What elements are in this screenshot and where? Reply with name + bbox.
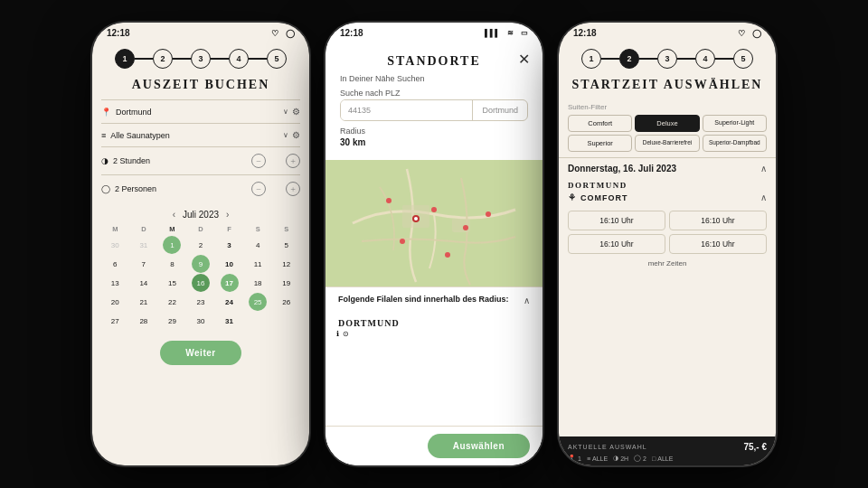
sauna-icon: ≡ [101, 131, 106, 140]
chevron-down-icon: ∨ [283, 108, 288, 116]
bottom-sauna-icon: ≡ ALLE [587, 455, 608, 462]
cal-day-5[interactable]: 5 [278, 236, 296, 254]
day-header-m: M [101, 223, 129, 235]
signal-icon: ▌▌▌ [485, 29, 500, 37]
step-4[interactable]: 4 [229, 49, 249, 69]
duration-plus[interactable]: + [286, 154, 300, 168]
comfort-expand-icon[interactable]: ∧ [760, 192, 767, 202]
calendar-month: Juli 2023 [183, 210, 219, 220]
time-slot-3[interactable]: 16:10 Uhr [568, 234, 665, 254]
step3-3[interactable]: 3 [657, 49, 677, 69]
prev-month-btn[interactable]: ‹ [173, 210, 175, 220]
time-slot-1[interactable]: 16:10 Uhr [568, 211, 665, 230]
step-1[interactable]: 1 [115, 49, 135, 69]
duration-minus[interactable]: − [251, 154, 266, 168]
step3-2[interactable]: 2 [619, 49, 639, 69]
step-2[interactable]: 2 [153, 49, 173, 69]
expand-icon[interactable]: ∧ [524, 296, 530, 305]
cal-day-19[interactable]: 19 [278, 274, 296, 292]
svg-point-9 [445, 252, 450, 258]
spacer [326, 342, 542, 426]
cal-day-30b[interactable]: 30 [192, 312, 210, 330]
cal-day-17[interactable]: 17 [221, 274, 239, 292]
cal-day-10[interactable]: 10 [221, 255, 239, 273]
sauna-row[interactable]: ≡ Alle Saunatypen ∨ ⚙ [101, 123, 300, 146]
cal-day-18[interactable]: 18 [249, 274, 267, 292]
heart-icon[interactable]: ♡ [271, 29, 278, 38]
filter-superior[interactable]: Superior [568, 135, 632, 152]
status-bar-3: 12:18 ♡ ◯ [559, 23, 776, 40]
location-section: DORTMUND ⚘ COMFORT ∧ [559, 179, 776, 209]
step3-5[interactable]: 5 [733, 49, 753, 69]
search-row[interactable]: 44135 Dortmund [340, 99, 528, 121]
time-slot-4[interactable]: 16:10 Uhr [669, 234, 767, 254]
cal-day-14[interactable]: 14 [135, 274, 153, 292]
user-icon[interactable]: ◯ [286, 29, 295, 38]
folgende-title: Folgende Filalen sind innerhalb des Radi… [338, 295, 509, 304]
filter-deluxe-barrier[interactable]: Deluxe-Barrierefrei [635, 135, 699, 152]
location-row[interactable]: 📍 Dortmund ∨ ⚙ [101, 99, 300, 123]
cal-day-29[interactable]: 29 [163, 312, 181, 330]
filter-superior-dampf[interactable]: Superior-Dampfbad [703, 135, 767, 152]
step-3[interactable]: 3 [191, 49, 211, 69]
cal-day-23[interactable]: 23 [192, 293, 210, 311]
cal-day-13[interactable]: 13 [106, 274, 124, 292]
persons-plus[interactable]: + [286, 182, 300, 196]
step3-line-4 [715, 58, 733, 60]
cal-day-28[interactable]: 28 [135, 312, 153, 330]
cal-day-3[interactable]: 3 [221, 236, 239, 254]
cal-day-9[interactable]: 9 [192, 255, 210, 273]
cal-day-8[interactable]: 8 [163, 255, 181, 273]
cal-day-24[interactable]: 24 [221, 293, 239, 311]
filter-icon-2[interactable]: ⚙ [292, 130, 300, 140]
svg-point-6 [463, 225, 468, 230]
cal-day-20[interactable]: 20 [106, 293, 124, 311]
map-container[interactable] [326, 160, 542, 286]
plz-input[interactable]: 44135 [341, 100, 472, 120]
bottom-sauna-label: ALLE [592, 455, 608, 462]
bottom-cal-label: ALLE [657, 455, 673, 462]
cal-day-16[interactable]: 16 [192, 274, 210, 292]
bottom-persons-icon: ◯ 2 [634, 455, 646, 462]
weiter-button[interactable]: Weiter [160, 341, 241, 365]
cal-day-12[interactable]: 12 [278, 255, 296, 273]
next-month-btn[interactable]: › [226, 210, 229, 220]
cal-day-27[interactable]: 27 [106, 312, 124, 330]
cal-day-1[interactable]: 1 [163, 236, 181, 254]
day-header-s2: S [272, 223, 300, 235]
filter-comfort[interactable]: Comfort [568, 115, 632, 132]
cal-day-30[interactable]: 30 [106, 236, 124, 254]
cal-day-7[interactable]: 7 [135, 255, 153, 273]
step3-line-3 [677, 58, 695, 60]
cal-day-4[interactable]: 4 [249, 236, 267, 254]
day-header-s1: S [244, 223, 272, 235]
auswaehlen-button[interactable]: Auswählen [428, 434, 530, 458]
cal-day-31b[interactable]: 31 [221, 312, 239, 330]
cal-day-6[interactable]: 6 [106, 255, 124, 273]
standorte-title: STANDORTE [340, 52, 528, 74]
filter-superior-light[interactable]: Superior-Light [703, 115, 767, 132]
cal-day-22[interactable]: 22 [163, 293, 181, 311]
chevron-up-icon[interactable]: ∧ [760, 164, 767, 174]
persons-minus[interactable]: − [251, 182, 266, 196]
filter-icon-1[interactable]: ⚙ [292, 107, 300, 117]
cal-day-25[interactable]: 25 [249, 293, 267, 311]
close-button[interactable]: ✕ [518, 51, 530, 68]
cal-day-21[interactable]: 21 [135, 293, 153, 311]
step3-1[interactable]: 1 [581, 49, 601, 69]
cal-day-26[interactable]: 26 [278, 293, 296, 311]
time-slot-2[interactable]: 16:10 Uhr [669, 211, 767, 230]
cal-day-31[interactable]: 31 [135, 236, 153, 254]
mehr-zeiten[interactable]: mehr Zeiten [559, 258, 776, 271]
filter-deluxe[interactable]: Deluxe [635, 115, 699, 132]
bottom-bar-2: Auswählen [326, 426, 542, 465]
form-section-1: 📍 Dortmund ∨ ⚙ ≡ Alle Saunatypen ∨ [92, 99, 309, 202]
step3-4[interactable]: 4 [695, 49, 715, 69]
cal-day-15[interactable]: 15 [163, 274, 181, 292]
user-icon-3[interactable]: ◯ [752, 29, 761, 38]
bottom-time-label: 2H [620, 455, 628, 462]
cal-day-2[interactable]: 2 [192, 236, 210, 254]
heart-icon-3[interactable]: ♡ [738, 29, 745, 38]
cal-day-11[interactable]: 11 [249, 255, 267, 273]
step-5[interactable]: 5 [267, 49, 287, 69]
